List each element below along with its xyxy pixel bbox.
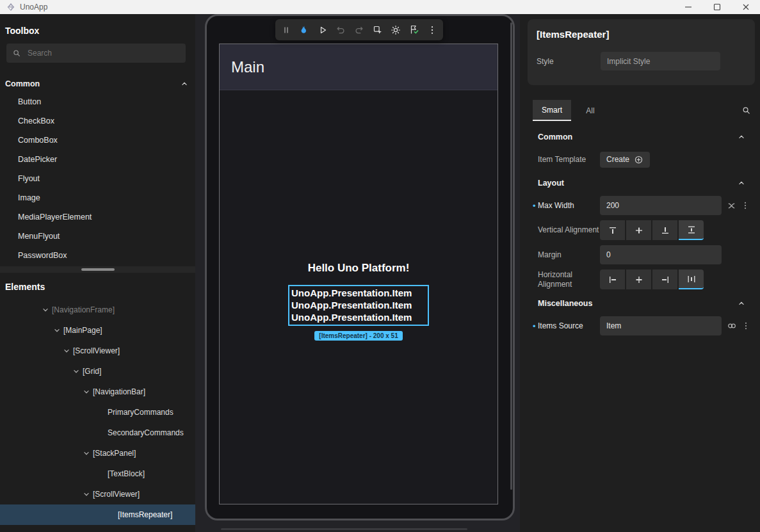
play-icon[interactable] bbox=[315, 22, 330, 38]
tree-item-primarycommands[interactable]: PrimaryCommands bbox=[0, 402, 195, 423]
chevron-down-icon[interactable] bbox=[41, 305, 50, 314]
hot-reload-flame-icon[interactable] bbox=[296, 22, 312, 38]
toolbox-item-button[interactable]: Button bbox=[0, 92, 195, 111]
app-body[interactable]: Hello Uno Platform! UnoApp.Presentation.… bbox=[220, 90, 497, 503]
minimize-button[interactable] bbox=[674, 0, 702, 14]
design-toolbar bbox=[275, 19, 443, 40]
tree-item-label: [StackPanel] bbox=[93, 449, 136, 458]
tab-smart[interactable]: Smart bbox=[533, 100, 571, 121]
align-vcenter-button[interactable] bbox=[626, 220, 651, 240]
more-icon[interactable] bbox=[741, 321, 750, 330]
toolbox-item-label: Image bbox=[18, 193, 40, 202]
align-hcenter-button[interactable] bbox=[626, 270, 651, 289]
chevron-down-icon[interactable] bbox=[82, 490, 91, 499]
toolbox-item-label: ComboBox bbox=[18, 136, 58, 145]
items-source-input[interactable] bbox=[600, 316, 722, 335]
toolbox-item-flyout[interactable]: Flyout bbox=[0, 169, 195, 188]
selection-title: [ItemsRepeater] bbox=[537, 29, 746, 40]
design-canvas: Main Hello Uno Platform! UnoApp.Presenta… bbox=[195, 14, 520, 532]
theme-icon[interactable] bbox=[388, 22, 403, 38]
inspect-icon[interactable] bbox=[370, 22, 385, 38]
tree-item-navigationbar[interactable]: [NavigationBar] bbox=[0, 382, 195, 402]
tree-item-scrollviewer[interactable]: [ScrollViewer] bbox=[0, 341, 195, 361]
left-sidebar: Toolbox Common Button CheckBox ComboBox … bbox=[0, 14, 195, 532]
binding-icon[interactable] bbox=[727, 321, 737, 331]
align-bottom-button[interactable] bbox=[652, 220, 677, 240]
selected-itemsrepeater[interactable]: UnoApp.Presentation.Item UnoApp.Presenta… bbox=[288, 285, 429, 326]
chevron-up-icon[interactable] bbox=[737, 299, 746, 308]
chevron-down-icon[interactable] bbox=[82, 387, 91, 396]
style-label: Style bbox=[537, 57, 601, 66]
toolbox-list: Button CheckBox ComboBox DatePicker Flyo… bbox=[0, 92, 195, 265]
tree-item-mainpage[interactable]: [MainPage] bbox=[0, 320, 195, 341]
more-icon[interactable] bbox=[741, 201, 750, 210]
more-icon[interactable] bbox=[424, 22, 440, 38]
align-top-button[interactable] bbox=[600, 220, 625, 240]
align-hstretch-button[interactable] bbox=[679, 270, 704, 289]
section-common[interactable]: Common bbox=[538, 129, 746, 145]
canvas-horizontal-scrollbar[interactable] bbox=[221, 528, 467, 530]
tree-item-secondarycommands[interactable]: SecondaryCommands bbox=[0, 423, 195, 443]
vertical-alignment-group bbox=[600, 220, 722, 240]
chevron-up-icon[interactable] bbox=[737, 133, 746, 141]
close-button[interactable] bbox=[731, 0, 760, 14]
tree-item-scrollviewer-2[interactable]: [ScrollViewer] bbox=[0, 484, 195, 504]
tree-item-label: [ScrollViewer] bbox=[93, 490, 140, 499]
search-input[interactable] bbox=[26, 48, 180, 58]
status-flag-icon[interactable] bbox=[407, 22, 422, 38]
horizontal-alignment-group bbox=[600, 270, 722, 289]
toolbox-section-common[interactable]: Common bbox=[5, 77, 189, 91]
toolbox-item-combobox[interactable]: ComboBox bbox=[0, 131, 195, 150]
align-vstretch-button[interactable] bbox=[679, 220, 704, 240]
chevron-down-icon[interactable] bbox=[53, 326, 61, 335]
align-left-button[interactable] bbox=[600, 270, 625, 289]
items-source-label: Items Source bbox=[538, 321, 600, 331]
toolbox-item-mediaplayerelement[interactable]: MediaPlayerElement bbox=[0, 207, 195, 227]
section-label: Layout bbox=[538, 179, 564, 188]
toolbar-grip-icon[interactable] bbox=[279, 22, 294, 38]
style-row: Style bbox=[537, 52, 746, 70]
toolbox-item-passwordbox[interactable]: PasswordBox bbox=[0, 246, 195, 265]
chevron-down-icon[interactable] bbox=[82, 449, 91, 458]
tree-item-stackpanel[interactable]: [StackPanel] bbox=[0, 443, 195, 463]
redo-icon[interactable] bbox=[352, 22, 367, 38]
tree-item-label: [NavigationBar] bbox=[93, 387, 145, 396]
section-layout[interactable]: Layout bbox=[538, 175, 746, 191]
toolbox-title: Toolbox bbox=[5, 26, 195, 36]
toolbox-item-checkbox[interactable]: CheckBox bbox=[0, 111, 195, 131]
undo-icon[interactable] bbox=[333, 22, 348, 38]
properties-tabs: Smart All bbox=[533, 100, 751, 121]
align-right-button[interactable] bbox=[652, 270, 677, 289]
horizontal-alignment-row: Horizontal Alignment bbox=[533, 270, 752, 289]
tree-item-textblock[interactable]: [TextBlock] bbox=[0, 463, 195, 484]
tree-item-itemsrepeater[interactable]: [ItemsRepeater] bbox=[0, 504, 195, 525]
tree-item-navigationframe[interactable]: [NavigationFrame] bbox=[0, 300, 195, 320]
x-bind-icon[interactable] bbox=[727, 201, 736, 211]
sidebar-splitter[interactable] bbox=[0, 266, 195, 273]
tree-item-label: [MainPage] bbox=[63, 326, 102, 335]
toolbox-item-datepicker[interactable]: DatePicker bbox=[0, 150, 195, 169]
vertical-alignment-row: Vertical Alignment bbox=[533, 220, 752, 240]
toolbox-item-menuflyout[interactable]: MenuFlyout bbox=[0, 227, 195, 246]
canvas-vertical-scrollbar[interactable] bbox=[510, 22, 512, 490]
section-miscellaneous[interactable]: Miscellaneous bbox=[538, 296, 746, 311]
toolbox-search[interactable] bbox=[6, 44, 186, 63]
splitter-grip bbox=[81, 268, 115, 271]
chevron-down-icon[interactable] bbox=[72, 367, 81, 376]
properties-search-icon[interactable] bbox=[741, 106, 751, 115]
create-template-button[interactable]: Create bbox=[600, 152, 650, 168]
hello-text: Hello Uno Platform! bbox=[220, 262, 497, 275]
margin-input[interactable] bbox=[600, 245, 722, 264]
chevron-down-icon[interactable] bbox=[62, 346, 71, 355]
selection-header-card: [ItemsRepeater] Style bbox=[528, 19, 755, 85]
style-input[interactable] bbox=[601, 52, 720, 70]
maximize-button[interactable] bbox=[702, 0, 731, 14]
tree-item-label: [NavigationFrame] bbox=[52, 305, 115, 314]
chevron-up-icon[interactable] bbox=[737, 179, 746, 188]
device-screen[interactable]: Main Hello Uno Platform! UnoApp.Presenta… bbox=[219, 44, 498, 504]
max-width-input[interactable] bbox=[600, 196, 722, 215]
chevron-up-icon[interactable] bbox=[180, 79, 189, 88]
toolbox-item-image[interactable]: Image bbox=[0, 188, 195, 207]
tree-item-grid[interactable]: [Grid] bbox=[0, 361, 195, 382]
tab-all[interactable]: All bbox=[571, 100, 610, 121]
